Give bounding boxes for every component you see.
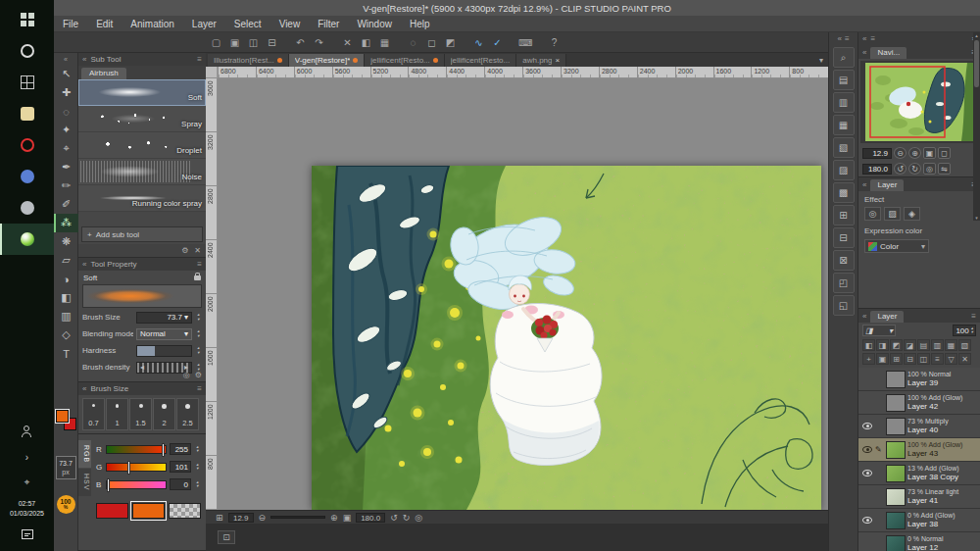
pencil-tool[interactable]: ✏ [54, 176, 78, 195]
slider-handle[interactable] [107, 478, 110, 492]
menu-item[interactable]: Filter [309, 16, 348, 31]
property-control[interactable]: ▾ [136, 345, 192, 357]
layer-row[interactable]: ✎ 0 % Normal Layer 12 [858, 532, 980, 551]
menu-item[interactable]: Layer [183, 16, 225, 31]
material-palette-icon[interactable]: ◱ [833, 295, 855, 316]
collapse-icon[interactable]: « [862, 312, 866, 321]
expression-color-dropdown[interactable]: Color ▾ [864, 239, 929, 253]
rotate-cw-icon[interactable]: ↻ [403, 513, 411, 523]
figure-tool[interactable]: ◇ [54, 326, 78, 344]
brush-size-preset[interactable]: 0.7 [82, 398, 105, 430]
spin-down-icon[interactable]: ▾ [197, 334, 199, 339]
mask-create-icon[interactable]: ◫ [917, 353, 930, 365]
material-palette-icon[interactable]: ⊞ [833, 205, 855, 225]
tone-icon[interactable]: ▧ [958, 339, 971, 351]
snap-ruler-icon[interactable]: ∿ [470, 34, 487, 50]
brush-tool[interactable]: ✐ [54, 195, 78, 214]
layer-thumbnail[interactable] [886, 535, 906, 551]
media-app[interactable] [0, 192, 54, 224]
move-tool[interactable]: ✚ [54, 83, 78, 102]
text-tool[interactable]: T [54, 344, 78, 363]
task-view-app[interactable] [0, 67, 54, 98]
channel-value[interactable]: 255 [170, 443, 191, 455]
action-center-button[interactable] [0, 522, 54, 547]
new-folder-icon[interactable]: ▣ [876, 353, 889, 365]
navigator-thumbnail[interactable] [860, 61, 978, 143]
quick-access-palette-icon[interactable]: ⌕ [833, 47, 855, 68]
zoom-in-icon[interactable]: ⊕ [908, 147, 921, 159]
transfer-icon[interactable]: ⊞ [890, 353, 903, 365]
invert-selection-icon[interactable]: ◩ [442, 34, 459, 50]
main-color-swatch[interactable] [96, 503, 128, 519]
brush-size-preset[interactable]: 2.5 [176, 398, 199, 430]
canvas-viewport[interactable] [218, 78, 828, 510]
status-nav-icon[interactable]: ⊞ [216, 513, 223, 523]
document-tab[interactable]: awh.png × [516, 54, 566, 67]
lock-icon[interactable]: ◪ [904, 339, 916, 351]
menu-item[interactable]: Animation [122, 16, 182, 31]
layer-row[interactable]: ✎ 13 % Add (Glow) Layer 38 Copy [858, 462, 980, 485]
subtool-item[interactable]: Noise [78, 159, 206, 185]
draft-icon[interactable]: ◩ [890, 339, 903, 351]
pen-tool[interactable]: ✒ [54, 158, 78, 176]
move-down-icon[interactable]: ▽ [945, 353, 957, 365]
rotate-ccw-icon[interactable]: ↺ [894, 163, 906, 175]
layer-row[interactable]: ✎ 100 % Normal Layer 39 [858, 368, 980, 391]
clip-studio-app[interactable] [0, 224, 54, 255]
brush-size-preset[interactable]: 1 [106, 398, 128, 430]
transform-icon[interactable]: ▦ [376, 34, 393, 50]
help-icon[interactable]: ? [546, 34, 563, 50]
layer-thumbnail[interactable] [886, 418, 906, 435]
collapse-icon[interactable]: « [862, 34, 866, 43]
reset-view-icon[interactable]: ◎ [415, 513, 422, 523]
panel-menu-icon[interactable]: ≡ [971, 312, 976, 321]
gear-icon[interactable]: ⚙ [181, 246, 188, 255]
value-spinner[interactable]: ▴ ▾ [195, 346, 202, 355]
merge-icon[interactable]: ⊟ [904, 353, 916, 365]
fit-screen-icon[interactable]: ▣ [343, 513, 352, 523]
navigator-zoom-value[interactable]: 12.9 [862, 148, 892, 159]
menu-item[interactable]: Window [348, 16, 401, 31]
actual-size-icon[interactable]: ◻ [938, 147, 951, 159]
flip-horizontal-icon[interactable]: ⇋ [938, 163, 951, 175]
material-palette-icon[interactable]: ▧ [833, 137, 855, 158]
menu-item[interactable]: Edit [87, 16, 122, 31]
spin-down-icon[interactable]: ▾ [971, 330, 973, 335]
subtool-item[interactable]: Running color spray [78, 185, 206, 212]
canvas-artwork[interactable] [312, 166, 821, 510]
document-tab[interactable]: V-gen[Restore]* × [289, 54, 365, 67]
slider-handle[interactable] [162, 443, 165, 457]
add-subtool-button[interactable]: + Add sub tool [81, 226, 203, 242]
status-rotation-value[interactable]: 180.0 [356, 513, 385, 523]
channel-value[interactable]: 101 [170, 461, 191, 473]
color-model-tab[interactable]: RGB [78, 440, 91, 468]
new-file-icon[interactable]: ▢ [208, 34, 224, 50]
tab-navigator[interactable]: Navi... [870, 47, 906, 59]
zoom-slider[interactable] [270, 516, 325, 519]
reset-icon[interactable]: ◎ [183, 371, 190, 379]
status-zoom-value[interactable]: 12.9 [228, 513, 254, 523]
tray-app-button[interactable]: ⌖ [0, 470, 54, 495]
collapse-icon[interactable]: « [82, 384, 86, 393]
zoom-in-icon[interactable]: ⊕ [330, 513, 338, 523]
taskbar-clock[interactable]: 02:57 01/03/2025 [10, 495, 44, 522]
menu-item[interactable]: View [270, 16, 310, 31]
material-palette-icon[interactable]: ▨ [833, 160, 855, 180]
rotate-cw-icon[interactable]: ↻ [908, 163, 921, 175]
layer-menu-icon[interactable]: ≡ [931, 353, 944, 365]
show-hidden-icons-button[interactable]: › [0, 444, 54, 470]
material-palette-icon[interactable]: ▤ [833, 70, 855, 90]
tablet-icon[interactable]: ⌨ [517, 34, 534, 50]
browser-app[interactable] [0, 129, 54, 161]
layer-color-icon[interactable]: ◈ [904, 207, 920, 221]
brush-size-indicator[interactable]: 73.7 px [56, 456, 76, 479]
lock-icon[interactable] [194, 276, 201, 280]
tab-list-dropdown-icon[interactable]: ▾ [814, 56, 828, 67]
panel-menu-icon[interactable]: ≡ [197, 55, 202, 64]
channel-spinner[interactable]: ▴ ▾ [194, 445, 201, 454]
opacity-badge[interactable]: 100 % [57, 495, 75, 514]
collapse-icon[interactable]: « [837, 34, 841, 43]
snap-guide-icon[interactable]: ✓ [489, 34, 506, 50]
border-effect-icon[interactable]: ◎ [864, 207, 881, 221]
reference-icon[interactable]: ◨ [876, 339, 889, 351]
